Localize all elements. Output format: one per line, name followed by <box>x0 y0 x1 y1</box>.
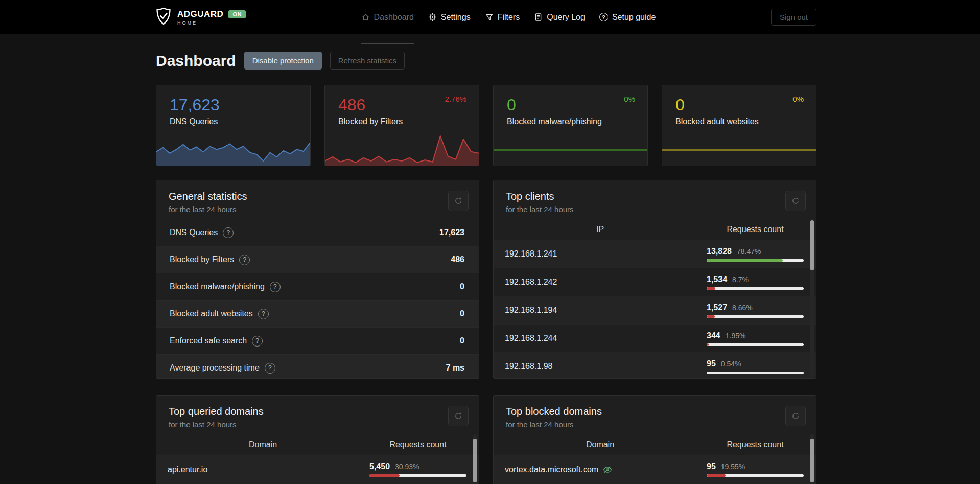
request-count: 1,527 <box>707 303 727 312</box>
nav-item-label: Setup guide <box>612 13 656 22</box>
top-clients-table: 192.168.1.241 13,82878.47% 192.168.1.242… <box>494 240 816 379</box>
stat-label[interactable]: Blocked adult websites <box>675 117 759 126</box>
stats-row: Enforced safe search?0 <box>156 327 479 354</box>
blocked-filters-sparkline <box>325 133 479 166</box>
progress-bar <box>369 474 466 477</box>
nav-item-dashboard[interactable]: Dashboard <box>361 0 414 34</box>
stat-card-blocked-by-filters: 2.76% 486 Blocked by Filters <box>324 85 479 166</box>
top-queried-domains-table: api.entur.io 5,45030.93% <box>156 455 479 484</box>
request-percent: 8.66% <box>732 304 753 312</box>
client-row: 192.168.1.244 3441.95% <box>494 325 816 353</box>
top-blocked-domains-table: vortex.data.microsoft.com 9519.55% <box>494 455 816 484</box>
scrollbar-thumb[interactable] <box>810 220 814 270</box>
stats-row: Average processing time?7 ms <box>156 354 479 379</box>
stats-row-label: Blocked by Filters <box>170 255 234 264</box>
card-title: Top queried domains <box>169 406 264 418</box>
brand-name: ADGUARD <box>177 9 223 19</box>
progress-bar-fill <box>707 474 726 477</box>
scrollbar-track[interactable] <box>473 434 477 484</box>
progress-bar <box>707 343 804 346</box>
client-row: 192.168.1.98 950.54% <box>494 353 816 379</box>
stat-label[interactable]: Blocked by Filters <box>338 117 403 126</box>
stat-label[interactable]: DNS Queries <box>170 117 218 126</box>
nav-item-query-log[interactable]: Query Log <box>534 0 585 34</box>
request-percent: 8.7% <box>732 275 749 284</box>
request-count: 344 <box>707 331 720 340</box>
dashboard-page: Dashboard Disable protection Refresh sta… <box>156 52 816 484</box>
stats-row-value: 0 <box>460 309 464 318</box>
progress-bar-fill <box>707 343 709 346</box>
brand[interactable]: ADGUARD ON HOME <box>156 7 246 27</box>
request-count: 1,534 <box>707 275 727 284</box>
scrollbar-track[interactable] <box>810 219 814 376</box>
stats-row-label: DNS Queries <box>170 228 218 237</box>
brand-sub: HOME <box>177 20 246 26</box>
stats-row-value: 0 <box>460 282 464 291</box>
scrollbar-thumb[interactable] <box>810 439 814 482</box>
blocked-malware-sparkline <box>494 133 647 166</box>
card-subtitle: for the last 24 hours <box>506 205 574 214</box>
domain-row: vortex.data.microsoft.com 9519.55% <box>494 455 816 484</box>
stats-row-value: 486 <box>451 255 464 264</box>
help-icon: ? <box>239 255 250 265</box>
column-header-domain: Domain <box>494 440 707 449</box>
stats-row-label: Average processing time <box>170 363 260 373</box>
sign-out-button[interactable]: Sign out <box>771 9 816 26</box>
dashboard-icon <box>361 13 370 21</box>
column-header-requests: Requests count <box>369 440 466 449</box>
funnel-icon <box>485 13 494 21</box>
stat-value: 17,623 <box>170 96 310 114</box>
stats-row-value: 17,623 <box>439 228 464 237</box>
table-header: IP Requests count <box>494 219 816 240</box>
stats-row: DNS Queries?17,623 <box>156 219 479 246</box>
stat-percent: 2.76% <box>445 95 466 103</box>
top-blocked-domains-card: Top blocked domains for the last 24 hour… <box>493 395 816 484</box>
refresh-icon[interactable] <box>785 406 806 426</box>
nav-item-label: Filters <box>498 13 520 22</box>
page-title: Dashboard <box>156 52 236 70</box>
refresh-icon[interactable] <box>785 191 806 211</box>
nav-item-settings[interactable]: Settings <box>428 0 471 34</box>
help-icon: ? <box>252 336 263 347</box>
client-ip: 192.168.1.242 <box>505 278 707 287</box>
question-circle-icon: ? <box>599 13 608 21</box>
card-title: General statistics <box>169 191 247 202</box>
query-log-icon <box>534 13 543 21</box>
request-percent: 1.95% <box>726 332 746 340</box>
domain-name: api.entur.io <box>168 465 369 474</box>
nav-item-label: Settings <box>441 13 471 22</box>
card-subtitle: for the last 24 hours <box>506 420 602 429</box>
nav-item-setup-guide[interactable]: ? Setup guide <box>599 0 656 34</box>
top-queried-domains-card: Top queried domains for the last 24 hour… <box>156 395 479 484</box>
card-title: Top clients <box>506 191 574 202</box>
scrollbar-track[interactable] <box>810 434 814 484</box>
stats-row-label: Blocked adult websites <box>170 309 253 318</box>
client-row: 192.168.1.242 1,5348.7% <box>494 268 816 296</box>
progress-bar-fill <box>707 315 715 318</box>
settings-gear-icon <box>428 13 437 21</box>
refresh-icon[interactable] <box>448 406 469 426</box>
adguard-logo-icon <box>156 7 171 27</box>
disable-protection-button[interactable]: Disable protection <box>244 52 322 70</box>
scrollbar-thumb[interactable] <box>473 439 477 482</box>
stat-label[interactable]: Blocked malware/phishing <box>507 117 602 126</box>
card-subtitle: for the last 24 hours <box>169 205 247 214</box>
refresh-icon[interactable] <box>448 191 469 211</box>
request-count: 95 <box>707 462 716 471</box>
progress-bar-fill <box>707 287 715 290</box>
general-statistics-card: General statistics for the last 24 hours… <box>156 180 479 379</box>
progress-bar-fill <box>707 259 783 262</box>
domain-name: vortex.data.microsoft.com <box>505 465 598 474</box>
help-icon: ? <box>258 309 269 319</box>
top-clients-card: Top clients for the last 24 hours IP Req… <box>493 180 816 379</box>
nav-item-filters[interactable]: Filters <box>485 0 520 34</box>
stat-card-dns-queries: 17,623 DNS Queries <box>156 85 311 166</box>
refresh-statistics-button[interactable]: Refresh statistics <box>330 52 405 70</box>
stat-card-blocked-adult: 0% 0 Blocked adult websites <box>662 85 816 166</box>
progress-bar <box>707 259 804 262</box>
stat-percent: 0% <box>624 95 635 103</box>
help-icon: ? <box>270 282 281 292</box>
stats-row: Blocked by Filters?486 <box>156 246 479 273</box>
request-percent: 78.47% <box>737 247 761 256</box>
stats-row: Blocked adult websites?0 <box>156 300 479 327</box>
